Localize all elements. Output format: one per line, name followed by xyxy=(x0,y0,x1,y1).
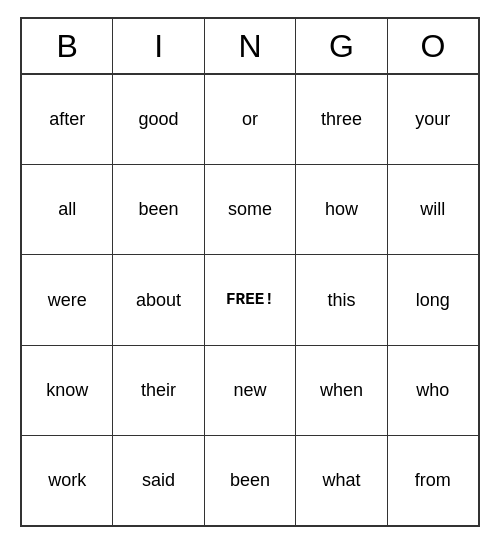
header-g: G xyxy=(296,19,387,73)
header-n: N xyxy=(205,19,296,73)
bingo-card: B I N G O after good or three your all b… xyxy=(20,17,480,527)
cell-r1c4: three xyxy=(296,75,387,164)
cell-r3c4: this xyxy=(296,255,387,344)
cell-r5c3: been xyxy=(205,436,296,525)
cell-r1c5: your xyxy=(388,75,478,164)
cell-r2c3: some xyxy=(205,165,296,254)
header-i: I xyxy=(113,19,204,73)
header-b: B xyxy=(22,19,113,73)
cell-r5c2: said xyxy=(113,436,204,525)
bingo-row: were about FREE! this long xyxy=(22,255,478,345)
cell-r1c2: good xyxy=(113,75,204,164)
cell-r3c1: were xyxy=(22,255,113,344)
cell-r2c1: all xyxy=(22,165,113,254)
cell-r5c5: from xyxy=(388,436,478,525)
bingo-header: B I N G O xyxy=(22,19,478,75)
cell-r3c5: long xyxy=(388,255,478,344)
cell-r3c3-free: FREE! xyxy=(205,255,296,344)
cell-r2c2: been xyxy=(113,165,204,254)
cell-r4c5: who xyxy=(388,346,478,435)
bingo-body: after good or three your all been some h… xyxy=(22,75,478,525)
cell-r1c3: or xyxy=(205,75,296,164)
cell-r4c2: their xyxy=(113,346,204,435)
bingo-row: all been some how will xyxy=(22,165,478,255)
cell-r4c4: when xyxy=(296,346,387,435)
cell-r5c4: what xyxy=(296,436,387,525)
header-o: O xyxy=(388,19,478,73)
bingo-row: after good or three your xyxy=(22,75,478,165)
bingo-row: work said been what from xyxy=(22,436,478,525)
cell-r3c2: about xyxy=(113,255,204,344)
cell-r2c5: will xyxy=(388,165,478,254)
cell-r5c1: work xyxy=(22,436,113,525)
bingo-row: know their new when who xyxy=(22,346,478,436)
cell-r4c3: new xyxy=(205,346,296,435)
cell-r2c4: how xyxy=(296,165,387,254)
cell-r1c1: after xyxy=(22,75,113,164)
cell-r4c1: know xyxy=(22,346,113,435)
